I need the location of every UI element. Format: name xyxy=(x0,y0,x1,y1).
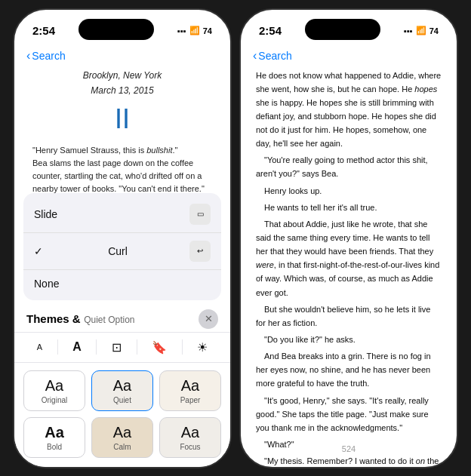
brightness-button[interactable]: ☀ xyxy=(191,337,214,358)
dynamic-island-left xyxy=(78,19,154,40)
themes-header: Themes & Quiet Option ✕ xyxy=(14,305,230,332)
book-date: March 13, 2015 xyxy=(32,84,212,97)
status-bar-right: 2:54 ▪▪▪ 📶 74 xyxy=(241,10,457,46)
theme-quiet-aa: Aa xyxy=(98,377,146,395)
themes-subtitle: Quiet Option xyxy=(84,315,134,325)
curl-icon: ↩ xyxy=(189,241,211,262)
theme-bold[interactable]: Aa Bold xyxy=(23,417,85,458)
theme-focus-aa: Aa xyxy=(166,424,214,441)
font-decrease-button[interactable]: A xyxy=(31,339,48,355)
back-label-left: Search xyxy=(32,50,65,62)
theme-focus-name: Focus xyxy=(166,443,214,451)
none-option[interactable]: None xyxy=(23,270,221,297)
themes-title: Themes & xyxy=(26,312,81,325)
time-right: 2:54 xyxy=(259,24,282,37)
font-sep-3 xyxy=(137,339,137,355)
nav-bar-right: ‹ Search xyxy=(241,46,457,69)
time-left: 2:54 xyxy=(32,24,55,37)
dynamic-island-right xyxy=(305,19,380,40)
left-phone: 2:54 ▪▪▪ 📶 74 ‹ Search Brooklyn, New Yor… xyxy=(13,8,232,468)
theme-bold-name: Bold xyxy=(30,443,78,451)
font-sep-4 xyxy=(182,339,183,355)
curl-option[interactable]: ✓ Curl ↩ xyxy=(23,233,221,270)
theme-paper-name: Paper xyxy=(166,396,214,404)
right-book-content: He does not know what happened to Addie,… xyxy=(241,69,457,468)
signal-icon-right: ▪▪▪ xyxy=(404,26,413,35)
status-bar-left: 2:54 ▪▪▪ 📶 74 xyxy=(14,10,230,46)
theme-quiet-name: Quiet xyxy=(98,396,146,404)
font-style-button[interactable]: ⊡ xyxy=(106,337,128,358)
theme-calm-name: Calm xyxy=(98,443,146,451)
back-button-left[interactable]: ‹ Search xyxy=(26,49,66,63)
battery-left: 74 xyxy=(203,26,212,35)
themes-grid: Aa Original Aa Quiet Aa Paper Aa Bold Aa xyxy=(14,367,230,467)
theme-original[interactable]: Aa Original xyxy=(23,370,85,411)
back-chevron-right: ‹ xyxy=(253,49,257,63)
status-icons-left: ▪▪▪ 📶 74 xyxy=(177,26,212,35)
back-label-right: Search xyxy=(258,50,291,62)
check-icon: ✓ xyxy=(34,245,43,257)
back-chevron-left: ‹ xyxy=(26,49,30,63)
font-sep-1 xyxy=(57,339,58,355)
close-button[interactable]: ✕ xyxy=(199,309,218,329)
bottom-panel-left: Slide ▭ ✓ Curl ↩ None Themes & Quiet Opt… xyxy=(14,193,230,467)
theme-original-name: Original xyxy=(30,396,78,404)
font-increase-button[interactable]: A xyxy=(66,337,88,357)
scroll-animation-menu: Slide ▭ ✓ Curl ↩ None xyxy=(23,193,221,300)
font-sep-2 xyxy=(96,339,97,355)
page-number: 524 xyxy=(241,444,457,453)
slide-option[interactable]: Slide ▭ xyxy=(23,196,221,233)
theme-original-aa: Aa xyxy=(30,377,78,395)
theme-paper[interactable]: Aa Paper xyxy=(159,370,221,411)
theme-paper-aa: Aa xyxy=(166,377,214,395)
bookmark-button[interactable]: 🔖 xyxy=(146,337,173,358)
curl-label: Curl xyxy=(108,245,128,257)
font-size-controls: A A ⊡ 🔖 ☀ xyxy=(14,332,230,363)
status-icons-right: ▪▪▪ 📶 74 xyxy=(404,26,439,35)
right-phone: 2:54 ▪▪▪ 📶 74 ‹ Search He does not know … xyxy=(239,8,458,468)
themes-title-group: Themes & Quiet Option xyxy=(26,312,135,326)
wifi-icon-right: 📶 xyxy=(416,26,426,35)
phones-container: 2:54 ▪▪▪ 📶 74 ‹ Search Brooklyn, New Yor… xyxy=(13,8,458,468)
none-label: None xyxy=(34,278,59,290)
nav-bar-left: ‹ Search xyxy=(14,46,230,69)
back-button-right[interactable]: ‹ Search xyxy=(253,49,292,63)
book-location: Brooklyn, New York xyxy=(32,69,212,82)
theme-calm-aa: Aa xyxy=(98,424,146,441)
slide-icon: ▭ xyxy=(189,204,211,225)
battery-right: 74 xyxy=(429,26,439,35)
theme-calm[interactable]: Aa Calm xyxy=(91,417,153,458)
slide-label: Slide xyxy=(34,208,57,220)
theme-quiet[interactable]: Aa Quiet xyxy=(91,370,153,411)
wifi-icon: 📶 xyxy=(189,26,200,35)
signal-icon: ▪▪▪ xyxy=(177,26,186,35)
theme-bold-aa: Aa xyxy=(30,424,78,441)
right-text: He does not know what happened to Addie,… xyxy=(256,69,442,468)
theme-focus[interactable]: Aa Focus xyxy=(159,417,221,458)
book-chapter: II xyxy=(32,99,212,140)
